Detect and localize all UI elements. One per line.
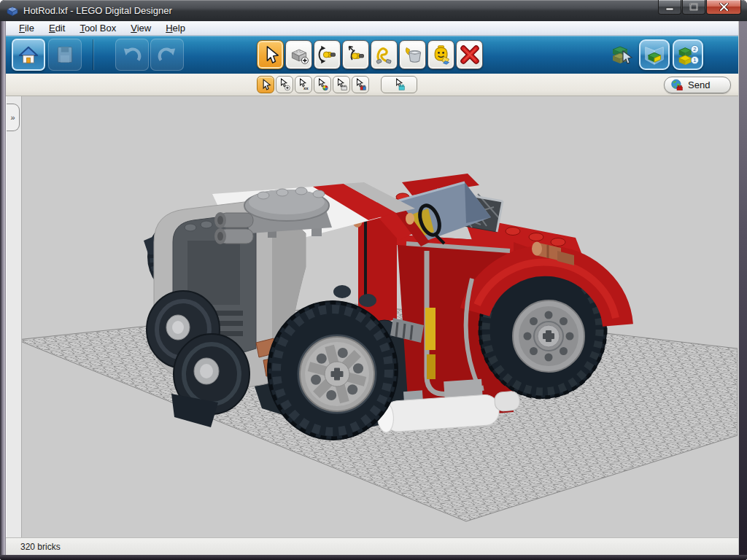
select-single-icon [260,78,271,91]
clone-tool-button[interactable] [285,40,312,69]
hinge-tool-button[interactable] [314,40,341,69]
title-bar[interactable]: HotRod.lxf - LEGO Digital Designer [0,0,747,21]
send-label: Send [688,79,710,90]
brick-count: 320 bricks [20,542,61,552]
undo-icon [121,44,143,65]
view-mode-icon [643,43,666,66]
app-brick-icon [7,5,18,16]
delete-x-icon [460,44,480,65]
redo-button[interactable] [150,39,184,71]
ldd-window: HotRod.lxf - LEGO Digital Designer [0,0,747,560]
select-connected-icon [390,78,409,91]
scene [22,96,738,537]
window-title: HotRod.lxf - LEGO Digital Designer [23,5,172,16]
view-mode-button[interactable] [639,39,670,70]
close-icon [719,3,729,11]
paint-tool-button[interactable] [399,40,426,69]
svg-text:1: 1 [693,57,696,63]
collapsed-side-panel: » [6,96,22,537]
3d-viewport[interactable] [22,96,738,537]
menu-view[interactable]: View [123,22,158,34]
redo-icon [156,44,178,65]
select-by-shape-and-color-button[interactable] [352,76,369,93]
panel-expander-tab[interactable]: » [7,104,20,131]
build-mode-button[interactable] [605,39,636,70]
select-connected-button[interactable] [381,76,417,93]
minimize-icon [665,4,674,11]
flex-tool-button[interactable] [371,40,398,69]
toolbar-separator [93,39,93,70]
window-frame-right [738,21,747,555]
svg-text:2: 2 [693,46,696,52]
select-by-shape-icon [335,78,348,91]
flex-hose-icon [374,44,395,65]
undo-button[interactable] [115,39,149,71]
select-add-icon [278,78,291,91]
minifig-head-icon [431,44,452,65]
clone-brick-icon [289,44,309,65]
build-mode-icon [608,42,633,67]
delete-tool-button[interactable] [456,40,483,69]
hinge-align-tool-button[interactable] [342,40,369,69]
menu-toolbox[interactable]: Tool Box [72,22,123,34]
maximize-button[interactable] [682,0,705,15]
status-bar: 320 bricks [6,537,738,555]
sub-toolbar: xx [6,74,738,96]
window-frame-left [0,21,6,555]
front-wheel [268,301,398,440]
save-icon [55,44,75,65]
send-button[interactable]: Send [664,77,731,93]
select-by-color-icon [316,78,329,91]
select-by-shape-button[interactable] [333,76,350,93]
building-guide-button[interactable]: 2 1 [673,39,703,70]
save-button[interactable] [48,39,82,71]
select-cursor-icon [261,44,280,65]
hinge-icon [317,44,338,65]
select-by-color-button[interactable] [314,76,331,93]
menu-bar: File Edit Tool Box View Help [6,21,738,36]
building-guide-icon: 2 1 [676,43,700,66]
chevron-right-icon: » [10,113,15,122]
main-toolbar: 2 1 [6,36,738,74]
home-button[interactable] [12,39,45,71]
menu-file[interactable]: File [12,22,42,34]
hinge-align-icon [346,44,366,65]
select-add-button[interactable] [276,76,293,93]
send-globe-icon [670,79,684,92]
menu-edit[interactable]: Edit [42,22,72,34]
minimize-button[interactable] [658,0,681,15]
select-multiple-button[interactable]: xx [295,76,312,93]
select-multiple-icon: xx [297,78,310,91]
select-by-shape-and-color-icon [354,78,367,91]
window-frame-bottom [0,555,747,560]
hide-tool-button[interactable] [427,40,454,69]
workspace: » [6,96,738,537]
maximize-icon [689,3,698,11]
svg-text:xx: xx [303,85,309,90]
paint-bucket-icon [403,44,423,65]
home-icon [18,44,39,65]
menu-help[interactable]: Help [158,22,193,34]
close-button[interactable] [706,0,741,15]
select-tool-button[interactable] [257,40,284,69]
select-single-button[interactable] [257,76,274,93]
